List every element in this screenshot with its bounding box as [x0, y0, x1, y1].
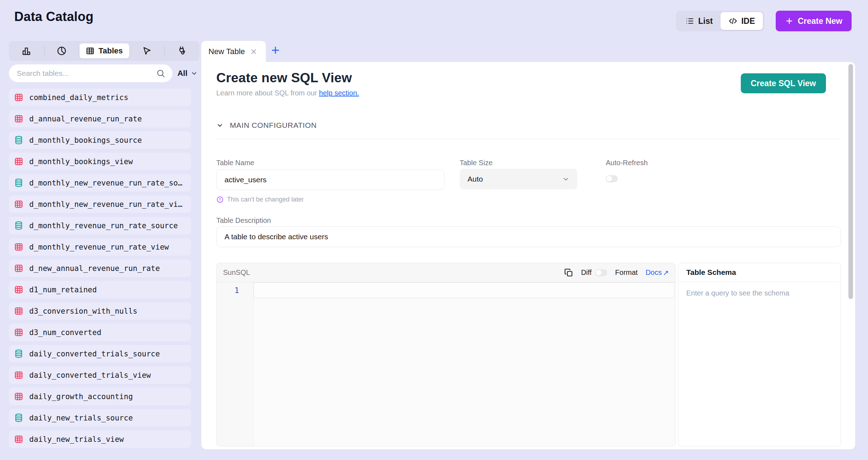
table-list-item[interactable]: d3_num_converted [9, 324, 191, 341]
tab-new-table-label: New Table [208, 47, 245, 56]
add-tab-button[interactable] [270, 45, 281, 56]
table-item-label: d_monthly_bookings_view [29, 157, 133, 166]
table-grid-icon [86, 46, 95, 56]
table-list-item[interactable]: d_monthly_new_revenue_run_rate_so… [9, 174, 191, 192]
table-item-label: daily_growth_accounting [29, 392, 133, 401]
table-item-label: daily_converted_trials_source [29, 350, 160, 358]
editor-body: 1 [217, 282, 675, 446]
section-title: MAIN CONFIGURATION [230, 121, 317, 130]
table-view-icon [14, 114, 24, 124]
help-section-link[interactable]: help section. [319, 89, 359, 97]
table-list: combined_daily_metrics d_annual_revenue_… [9, 89, 191, 448]
external-link-icon: ↗ [663, 268, 669, 277]
list-view-label: List [698, 16, 713, 26]
table-name-note: This can't be changed later [216, 196, 304, 203]
sidebar-tab-tables[interactable]: Tables [79, 41, 129, 61]
table-item-label: d_monthly_revenue_run_rate_view [29, 243, 169, 251]
table-item-label: d3_num_converted [29, 328, 101, 337]
subtitle-text: Learn more about SQL from our [216, 89, 319, 97]
sidebar-tab-metrics[interactable] [44, 41, 79, 61]
table-item-label: daily_new_trials_view [29, 435, 124, 444]
table-item-label: daily_new_trials_source [29, 414, 133, 422]
table-list-item[interactable]: daily_new_trials_source [9, 409, 191, 427]
sidebar-tab-charts[interactable] [9, 41, 44, 61]
editor-actions: Diff Format Docs↗ [564, 268, 669, 277]
table-list-item[interactable]: d_annual_revenue_run_rate [9, 110, 191, 127]
table-item-label: combined_daily_metrics [29, 93, 128, 102]
main-configuration-section-header[interactable]: MAIN CONFIGURATION [216, 121, 317, 130]
diff-toggle[interactable] [595, 269, 607, 276]
ide-view-button[interactable]: IDE [720, 12, 763, 30]
diff-label: Diff [581, 268, 592, 277]
table-description-label: Table Description [216, 216, 271, 225]
sidebar-tab-tables-label: Tables [98, 46, 123, 56]
table-view-icon [14, 434, 24, 444]
view-heading: Create new SQL View [216, 70, 352, 85]
tab-new-table[interactable]: New Table [201, 41, 266, 62]
sql-editor-header: SunSQL Diff Format Docs↗ [217, 263, 675, 282]
table-list-item[interactable]: d_monthly_revenue_run_rate_source [9, 217, 191, 234]
table-name-label: Table Name [216, 159, 254, 167]
table-list-item[interactable]: daily_converted_trials_source [9, 345, 191, 362]
main-scrollbar[interactable] [848, 64, 853, 299]
code-input-area[interactable] [254, 282, 675, 446]
data-catalog-page: Data Catalog List IDE Create New [0, 0, 868, 460]
section-divider [216, 139, 841, 139]
copy-icon[interactable] [564, 268, 573, 277]
chevron-down-icon [216, 122, 223, 129]
create-sql-view-button[interactable]: Create SQL View [741, 73, 826, 93]
pie-chart-icon [56, 46, 67, 56]
table-schema-title: Table Schema [678, 263, 841, 282]
create-new-button[interactable]: Create New [776, 11, 852, 31]
list-view-button[interactable]: List [677, 12, 720, 30]
database-icon [14, 413, 24, 423]
table-list-item[interactable]: d_new_annual_revenue_run_rate [9, 260, 191, 277]
table-size-select[interactable]: Auto [460, 169, 577, 189]
docs-link[interactable]: Docs↗ [646, 268, 669, 277]
main-panel: Create new SQL View Learn more about SQL… [201, 62, 855, 449]
search-input[interactable] [17, 69, 156, 78]
table-item-label: d_new_annual_revenue_run_rate [29, 264, 160, 273]
sql-editor: SunSQL Diff Format Docs↗ 1 [216, 263, 676, 446]
info-circle-icon [216, 196, 224, 203]
plus-icon [785, 17, 794, 25]
table-item-label: d_annual_revenue_run_rate [29, 115, 142, 123]
table-list-item[interactable]: combined_daily_metrics [9, 89, 191, 106]
diff-control: Diff [581, 268, 608, 277]
format-button[interactable]: Format [615, 268, 637, 277]
create-new-label: Create New [798, 16, 842, 26]
table-item-label: d_monthly_new_revenue_run_rate_so… [29, 179, 182, 187]
code-icon [728, 16, 738, 26]
table-list-item[interactable]: d1_num_retained [9, 281, 191, 298]
header-actions: List IDE Create New [676, 11, 852, 31]
table-list-item[interactable]: d_monthly_bookings_view [9, 153, 191, 170]
auto-refresh-toggle[interactable] [606, 175, 618, 182]
table-description-input[interactable] [216, 226, 841, 247]
table-name-input[interactable] [216, 169, 444, 190]
table-view-icon [14, 392, 24, 401]
table-list-item[interactable]: d3_conversion_with_nulls [9, 302, 191, 320]
close-icon[interactable] [250, 48, 258, 56]
page-title: Data Catalog [14, 9, 93, 24]
table-list-item[interactable]: daily_growth_accounting [9, 388, 191, 405]
plug-icon [177, 46, 187, 56]
database-icon [14, 135, 24, 145]
table-schema-panel: Table Schema Enter a query to see the sc… [678, 263, 841, 446]
table-item-label: d1_num_retained [29, 286, 97, 294]
table-size-value: Auto [467, 175, 483, 183]
sidebar-tab-strip: Tables [9, 41, 200, 61]
sidebar-search-row: All [9, 64, 200, 82]
database-icon [14, 221, 24, 230]
sidebar-tab-connections[interactable] [164, 41, 200, 61]
search-icon [156, 69, 165, 78]
table-list-item[interactable]: d_monthly_new_revenue_run_rate_vi… [9, 195, 191, 213]
editor-line-numbers: 1 [217, 282, 254, 446]
filter-dropdown[interactable]: All [177, 69, 200, 78]
search-box [9, 64, 172, 82]
table-list-item[interactable]: d_monthly_revenue_run_rate_view [9, 238, 191, 256]
table-list-item[interactable]: daily_converted_trials_view [9, 366, 191, 384]
sidebar-tab-cursor[interactable] [129, 41, 165, 61]
table-item-label: d_monthly_bookings_source [29, 136, 142, 145]
table-list-item[interactable]: d_monthly_bookings_source [9, 131, 191, 149]
table-list-item[interactable]: daily_new_trials_view [9, 430, 191, 448]
